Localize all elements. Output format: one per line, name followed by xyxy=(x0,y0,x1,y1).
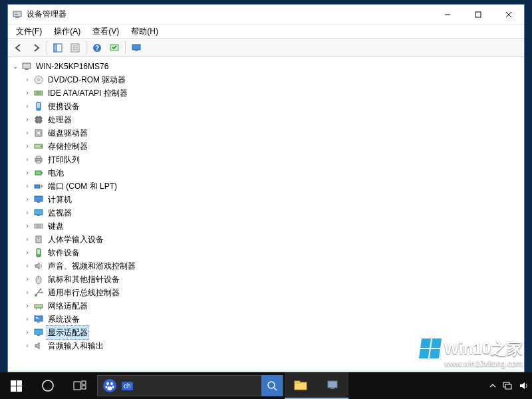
computer-icon xyxy=(21,61,32,72)
svg-rect-27 xyxy=(37,103,40,108)
chevron-right-icon[interactable]: › xyxy=(23,180,32,193)
back-button[interactable] xyxy=(11,41,27,55)
tray-chevron-icon[interactable] xyxy=(489,382,496,389)
close-button[interactable] xyxy=(493,5,524,24)
scan-hardware-button[interactable] xyxy=(106,41,122,55)
tree-node[interactable]: ›电池 xyxy=(23,166,524,180)
minimize-button[interactable] xyxy=(432,5,463,24)
tree-node[interactable]: ›系统设备 xyxy=(23,313,524,326)
tree-node[interactable]: ›监视器 xyxy=(23,206,524,219)
svg-rect-77 xyxy=(17,386,22,392)
maximize-button[interactable] xyxy=(463,5,493,24)
device-tree[interactable]: ⌄ WIN-2K5KP16MS76 ›DVD/CD-ROM 驱动器›IDE AT… xyxy=(8,57,524,372)
show-hide-tree-button[interactable] xyxy=(50,41,66,55)
tree-node-label: 鼠标和其他指针设备 xyxy=(47,273,121,286)
chevron-right-icon[interactable]: › xyxy=(23,193,32,206)
chevron-right-icon[interactable]: › xyxy=(23,299,32,313)
chevron-right-icon[interactable]: › xyxy=(23,126,32,140)
taskbar-device-manager[interactable] xyxy=(317,372,348,399)
monitor-icon-button[interactable] xyxy=(128,41,144,55)
svg-rect-19 xyxy=(23,63,31,68)
chevron-right-icon[interactable]: › xyxy=(23,313,32,326)
network-icon[interactable] xyxy=(503,381,512,390)
cortana-button[interactable] xyxy=(32,372,64,399)
chevron-right-icon[interactable]: › xyxy=(23,233,32,246)
chevron-right-icon[interactable]: › xyxy=(23,206,32,219)
toolbar-separator xyxy=(47,41,47,55)
tree-node[interactable]: ›人体学输入设备 xyxy=(23,233,524,246)
svg-rect-3 xyxy=(15,17,19,18)
svg-line-89 xyxy=(274,388,277,390)
tree-root[interactable]: ⌄ WIN-2K5KP16MS76 xyxy=(11,60,524,73)
chevron-right-icon[interactable]: › xyxy=(23,273,32,286)
menu-view[interactable]: 查看(V) xyxy=(87,25,124,39)
tree-node[interactable]: ›磁盘驱动器 xyxy=(23,126,524,140)
search-icon[interactable] xyxy=(261,375,283,396)
tree-node[interactable]: ›网络适配器 xyxy=(23,299,524,313)
svg-rect-75 xyxy=(17,380,22,386)
software-icon xyxy=(33,247,44,258)
tree-node[interactable]: ›软件设备 xyxy=(23,246,524,259)
chevron-right-icon[interactable]: › xyxy=(23,219,32,233)
chevron-right-icon[interactable]: › xyxy=(23,259,32,273)
watermark-brand: Win10之家 xyxy=(420,338,523,359)
svg-point-78 xyxy=(43,380,53,391)
tree-node[interactable]: ›IDE ATA/ATAPI 控制器 xyxy=(23,86,524,100)
menu-file[interactable]: 文件(F) xyxy=(11,25,47,39)
svg-rect-95 xyxy=(505,384,511,389)
volume-icon[interactable] xyxy=(519,381,528,390)
tree-node[interactable]: ›声音、视频和游戏控制器 xyxy=(23,259,524,273)
cd-icon xyxy=(33,74,44,85)
help-button[interactable]: ? xyxy=(89,41,105,55)
taskbar-search[interactable]: ch xyxy=(97,375,283,396)
chevron-right-icon[interactable]: › xyxy=(23,153,32,166)
chevron-right-icon[interactable]: › xyxy=(23,326,32,339)
svg-point-22 xyxy=(38,79,40,81)
tree-node[interactable]: ›计算机 xyxy=(23,193,524,206)
tree-node[interactable]: ›键盘 xyxy=(23,219,524,233)
start-button[interactable] xyxy=(0,372,32,399)
system-tray[interactable] xyxy=(489,381,532,390)
tree-node[interactable]: ›处理器 xyxy=(23,113,524,126)
taskbar-explorer[interactable] xyxy=(285,372,317,399)
svg-rect-54 xyxy=(36,236,41,243)
task-view-button[interactable] xyxy=(64,372,96,399)
chevron-right-icon[interactable]: › xyxy=(23,113,32,126)
chevron-right-icon[interactable]: › xyxy=(23,339,32,352)
tree-node-label: 电池 xyxy=(47,166,65,180)
chevron-right-icon[interactable]: › xyxy=(23,140,32,153)
tree-node[interactable]: ›端口 (COM 和 LPT) xyxy=(23,180,524,193)
search-input[interactable] xyxy=(133,381,261,390)
chevron-right-icon[interactable]: › xyxy=(23,86,32,100)
tree-node[interactable]: ›打印队列 xyxy=(23,153,524,166)
svg-rect-92 xyxy=(328,381,337,388)
cpu-icon xyxy=(33,114,44,125)
tree-node[interactable]: ›鼠标和其他指针设备 xyxy=(23,273,524,286)
usb-icon xyxy=(33,287,44,298)
tree-node[interactable]: ›显示适配器 xyxy=(23,326,524,339)
tree-node[interactable]: ›通用串行总线控制器 xyxy=(23,286,524,299)
tree-node-label: 声音、视频和游戏控制器 xyxy=(47,259,137,273)
menu-action[interactable]: 操作(A) xyxy=(49,25,86,39)
chevron-right-icon[interactable]: › xyxy=(23,166,32,180)
tree-root-label: WIN-2K5KP16MS76 xyxy=(35,60,110,73)
ime-badge: ch xyxy=(122,382,133,390)
ide-icon xyxy=(33,88,44,98)
svg-rect-71 xyxy=(37,321,40,323)
chevron-right-icon[interactable]: › xyxy=(23,246,32,259)
tree-node[interactable]: ›便携设备 xyxy=(23,100,524,113)
chevron-right-icon[interactable]: › xyxy=(23,73,32,86)
menu-help[interactable]: 帮助(H) xyxy=(126,25,164,39)
chevron-right-icon[interactable]: › xyxy=(23,100,32,113)
properties-button[interactable] xyxy=(67,41,83,55)
tree-node[interactable]: ›DVD/CD-ROM 驱动器 xyxy=(23,73,524,86)
svg-point-83 xyxy=(106,382,109,386)
tree-node[interactable]: ›存储控制器 xyxy=(23,140,524,153)
chevron-right-icon[interactable]: › xyxy=(23,286,32,299)
window-title: 设备管理器 xyxy=(27,9,432,20)
svg-rect-43 xyxy=(37,161,41,163)
app-icon xyxy=(12,9,23,20)
chevron-down-icon[interactable]: ⌄ xyxy=(11,60,20,73)
forward-button[interactable] xyxy=(28,41,44,55)
tree-node-label: 音频输入和输出 xyxy=(47,339,105,352)
